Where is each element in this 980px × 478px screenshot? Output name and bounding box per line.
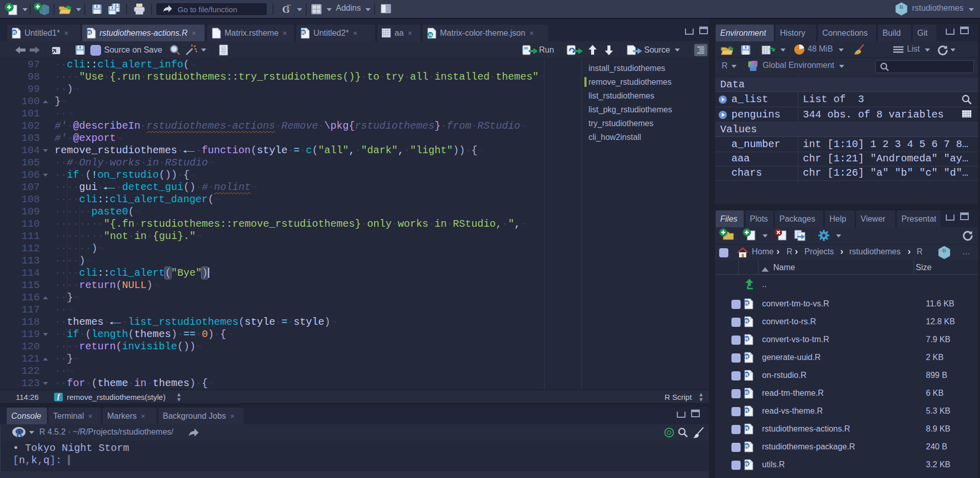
svg-text:R: R bbox=[745, 318, 749, 324]
svg-text:R: R bbox=[745, 408, 749, 413]
svg-text:R: R bbox=[745, 390, 749, 395]
svg-text:R: R bbox=[899, 4, 904, 10]
svg-text:R: R bbox=[745, 372, 749, 377]
svg-text:R: R bbox=[745, 425, 749, 431]
svg-text:R: R bbox=[16, 428, 23, 439]
svg-text:R: R bbox=[13, 30, 16, 35]
svg-text:R: R bbox=[745, 443, 749, 449]
svg-text:R: R bbox=[745, 336, 749, 342]
svg-text:R: R bbox=[302, 30, 305, 35]
svg-text:R: R bbox=[745, 300, 749, 306]
svg-text:R: R bbox=[942, 247, 947, 253]
svg-text:R: R bbox=[745, 354, 749, 360]
svg-text:R: R bbox=[88, 30, 91, 35]
svg-text:JS: JS bbox=[428, 33, 433, 37]
svg-text:R: R bbox=[745, 461, 749, 467]
